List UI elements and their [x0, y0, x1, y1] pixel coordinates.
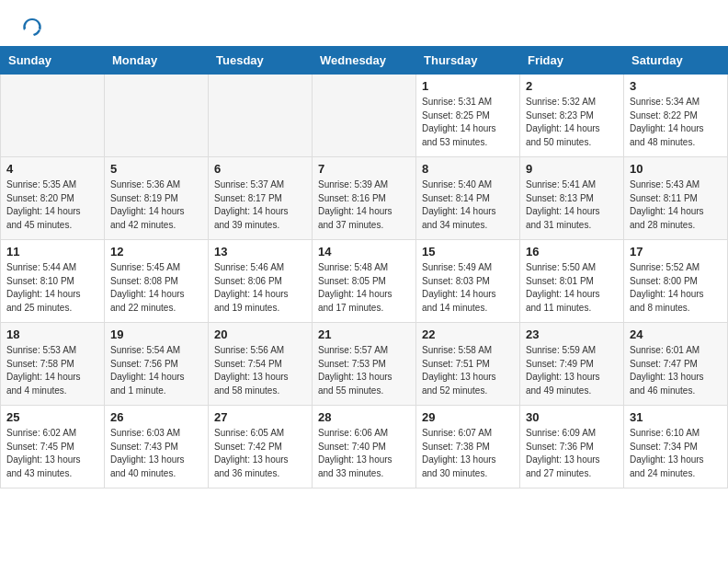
day-number: 30: [526, 410, 618, 424]
day-number: 31: [630, 410, 722, 424]
calendar-table: SundayMondayTuesdayWednesdayThursdayFrid…: [0, 46, 728, 488]
calendar-day-empty: [105, 75, 209, 157]
day-info: Sunrise: 6:10 AM Sunset: 7:34 PM Dayligh…: [630, 427, 722, 480]
calendar-day-18: 18Sunrise: 5:53 AM Sunset: 7:58 PM Dayli…: [1, 323, 105, 406]
day-info: Sunrise: 5:37 AM Sunset: 8:17 PM Dayligh…: [214, 178, 306, 232]
calendar-day-30: 30Sunrise: 6:09 AM Sunset: 7:36 PM Dayli…: [520, 406, 624, 488]
day-number: 9: [526, 162, 618, 176]
day-info: Sunrise: 5:40 AM Sunset: 8:14 PM Dayligh…: [422, 178, 514, 232]
weekday-header-saturday: Saturday: [624, 47, 728, 75]
day-info: Sunrise: 6:01 AM Sunset: 7:47 PM Dayligh…: [630, 344, 722, 397]
calendar-day-16: 16Sunrise: 5:50 AM Sunset: 8:01 PM Dayli…: [520, 240, 624, 323]
day-info: Sunrise: 5:31 AM Sunset: 8:25 PM Dayligh…: [422, 96, 514, 149]
day-number: 24: [630, 327, 722, 341]
calendar-day-17: 17Sunrise: 5:52 AM Sunset: 8:00 PM Dayli…: [624, 240, 728, 323]
day-info: Sunrise: 5:34 AM Sunset: 8:22 PM Dayligh…: [630, 96, 722, 149]
weekday-header-monday: Monday: [105, 47, 209, 75]
day-info: Sunrise: 5:45 AM Sunset: 8:08 PM Dayligh…: [110, 261, 202, 315]
calendar-day-28: 28Sunrise: 6:06 AM Sunset: 7:40 PM Dayli…: [313, 406, 416, 488]
day-number: 26: [110, 410, 202, 424]
day-number: 21: [318, 327, 410, 341]
calendar-day-22: 22Sunrise: 5:58 AM Sunset: 7:51 PM Dayli…: [416, 323, 520, 406]
day-info: Sunrise: 5:43 AM Sunset: 8:11 PM Dayligh…: [630, 178, 722, 232]
day-number: 19: [110, 327, 202, 341]
day-info: Sunrise: 5:58 AM Sunset: 7:51 PM Dayligh…: [422, 344, 514, 397]
calendar-day-5: 5Sunrise: 5:36 AM Sunset: 8:19 PM Daylig…: [105, 157, 209, 240]
day-info: Sunrise: 6:03 AM Sunset: 7:43 PM Dayligh…: [110, 427, 202, 480]
calendar-day-23: 23Sunrise: 5:59 AM Sunset: 7:49 PM Dayli…: [520, 323, 624, 406]
day-info: Sunrise: 5:56 AM Sunset: 7:54 PM Dayligh…: [214, 344, 306, 397]
calendar-day-27: 27Sunrise: 6:05 AM Sunset: 7:42 PM Dayli…: [209, 406, 313, 488]
calendar-day-9: 9Sunrise: 5:41 AM Sunset: 8:13 PM Daylig…: [520, 157, 624, 240]
calendar-day-8: 8Sunrise: 5:40 AM Sunset: 8:14 PM Daylig…: [416, 157, 520, 240]
calendar-day-4: 4Sunrise: 5:35 AM Sunset: 8:20 PM Daylig…: [1, 157, 105, 240]
day-number: 7: [318, 162, 410, 176]
weekday-header-row: SundayMondayTuesdayWednesdayThursdayFrid…: [1, 47, 728, 75]
calendar-week-row: 1Sunrise: 5:31 AM Sunset: 8:25 PM Daylig…: [1, 75, 728, 157]
day-info: Sunrise: 6:06 AM Sunset: 7:40 PM Dayligh…: [318, 427, 410, 480]
calendar-day-10: 10Sunrise: 5:43 AM Sunset: 8:11 PM Dayli…: [624, 157, 728, 240]
day-info: Sunrise: 5:48 AM Sunset: 8:05 PM Dayligh…: [318, 261, 410, 315]
day-number: 28: [318, 410, 410, 424]
weekday-header-friday: Friday: [520, 47, 624, 75]
day-info: Sunrise: 5:32 AM Sunset: 8:23 PM Dayligh…: [526, 96, 618, 149]
calendar-day-1: 1Sunrise: 5:31 AM Sunset: 8:25 PM Daylig…: [416, 75, 520, 157]
day-number: 12: [110, 245, 202, 259]
calendar-day-11: 11Sunrise: 5:44 AM Sunset: 8:10 PM Dayli…: [1, 240, 105, 323]
calendar-day-12: 12Sunrise: 5:45 AM Sunset: 8:08 PM Dayli…: [105, 240, 209, 323]
day-info: Sunrise: 6:05 AM Sunset: 7:42 PM Dayligh…: [214, 427, 306, 480]
calendar-day-25: 25Sunrise: 6:02 AM Sunset: 7:45 PM Dayli…: [1, 406, 105, 488]
calendar-day-19: 19Sunrise: 5:54 AM Sunset: 7:56 PM Dayli…: [105, 323, 209, 406]
day-number: 8: [422, 162, 514, 176]
day-number: 2: [526, 79, 618, 93]
day-number: 4: [6, 162, 98, 176]
day-info: Sunrise: 6:07 AM Sunset: 7:38 PM Dayligh…: [422, 427, 514, 480]
day-number: 5: [110, 162, 202, 176]
day-number: 17: [630, 245, 722, 259]
day-info: Sunrise: 6:09 AM Sunset: 7:36 PM Dayligh…: [526, 427, 618, 480]
logo-icon: [22, 17, 42, 37]
day-number: 23: [526, 327, 618, 341]
calendar-day-21: 21Sunrise: 5:57 AM Sunset: 7:53 PM Dayli…: [313, 323, 416, 406]
day-number: 3: [630, 79, 722, 93]
calendar-day-15: 15Sunrise: 5:49 AM Sunset: 8:03 PM Dayli…: [416, 240, 520, 323]
day-number: 11: [6, 245, 98, 259]
day-number: 14: [318, 245, 410, 259]
calendar-day-24: 24Sunrise: 6:01 AM Sunset: 7:47 PM Dayli…: [624, 323, 728, 406]
day-info: Sunrise: 5:57 AM Sunset: 7:53 PM Dayligh…: [318, 344, 410, 397]
day-number: 16: [526, 245, 618, 259]
logo: [22, 17, 46, 37]
weekday-header-sunday: Sunday: [1, 47, 105, 75]
calendar-day-7: 7Sunrise: 5:39 AM Sunset: 8:16 PM Daylig…: [313, 157, 416, 240]
day-number: 6: [214, 162, 306, 176]
calendar-day-13: 13Sunrise: 5:46 AM Sunset: 8:06 PM Dayli…: [209, 240, 313, 323]
day-number: 1: [422, 79, 514, 93]
day-number: 25: [6, 410, 98, 424]
day-info: Sunrise: 5:36 AM Sunset: 8:19 PM Dayligh…: [110, 178, 202, 232]
day-number: 15: [422, 245, 514, 259]
day-number: 27: [214, 410, 306, 424]
calendar-week-row: 4Sunrise: 5:35 AM Sunset: 8:20 PM Daylig…: [1, 157, 728, 240]
day-number: 13: [214, 245, 306, 259]
calendar-day-2: 2Sunrise: 5:32 AM Sunset: 8:23 PM Daylig…: [520, 75, 624, 157]
day-number: 18: [6, 327, 98, 341]
day-number: 20: [214, 327, 306, 341]
calendar-day-31: 31Sunrise: 6:10 AM Sunset: 7:34 PM Dayli…: [624, 406, 728, 488]
weekday-header-wednesday: Wednesday: [313, 47, 416, 75]
calendar-day-empty: [1, 75, 105, 157]
day-number: 10: [630, 162, 722, 176]
calendar-week-row: 11Sunrise: 5:44 AM Sunset: 8:10 PM Dayli…: [1, 240, 728, 323]
day-info: Sunrise: 5:53 AM Sunset: 7:58 PM Dayligh…: [6, 344, 98, 397]
day-info: Sunrise: 5:49 AM Sunset: 8:03 PM Dayligh…: [422, 261, 514, 315]
weekday-header-tuesday: Tuesday: [209, 47, 313, 75]
day-info: Sunrise: 5:39 AM Sunset: 8:16 PM Dayligh…: [318, 178, 410, 232]
day-info: Sunrise: 5:44 AM Sunset: 8:10 PM Dayligh…: [6, 261, 98, 315]
day-info: Sunrise: 5:54 AM Sunset: 7:56 PM Dayligh…: [110, 344, 202, 397]
calendar-day-14: 14Sunrise: 5:48 AM Sunset: 8:05 PM Dayli…: [313, 240, 416, 323]
day-info: Sunrise: 5:50 AM Sunset: 8:01 PM Dayligh…: [526, 261, 618, 315]
day-info: Sunrise: 5:41 AM Sunset: 8:13 PM Dayligh…: [526, 178, 618, 232]
calendar-day-6: 6Sunrise: 5:37 AM Sunset: 8:17 PM Daylig…: [209, 157, 313, 240]
calendar-week-row: 25Sunrise: 6:02 AM Sunset: 7:45 PM Dayli…: [1, 406, 728, 488]
weekday-header-thursday: Thursday: [416, 47, 520, 75]
calendar-day-26: 26Sunrise: 6:03 AM Sunset: 7:43 PM Dayli…: [105, 406, 209, 488]
